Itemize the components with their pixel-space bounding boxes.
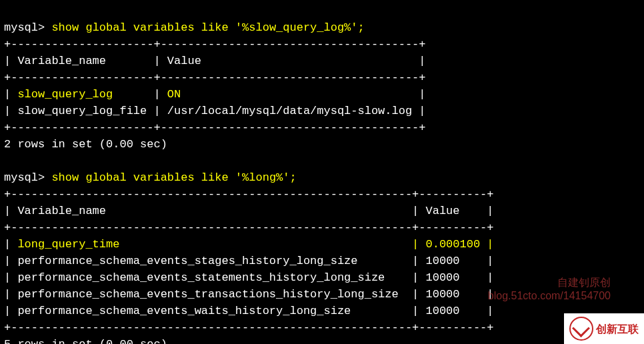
var-name: slow_query_log (17, 88, 113, 101)
table-row: | long_query_time | 0.000100 | (4, 238, 494, 251)
q1-header: | Variable_name | Value | (4, 55, 426, 67)
var-name: performance_schema_events_transactions_h… (17, 288, 398, 301)
var-value: ON (167, 88, 181, 101)
brand-logo-text: 创新互联 (596, 321, 639, 337)
var-name: performance_schema_events_waits_history_… (17, 305, 351, 317)
table-row: | slow_query_log | ON | (4, 88, 426, 101)
var-value: 10000 (426, 305, 460, 317)
q2-border-top: +---------------------------------------… (4, 188, 494, 201)
q1-line: mysql> show global variables like '%slow… (4, 21, 365, 34)
brand-logo: 创新互联 (564, 313, 644, 344)
var-name: long_query_time (17, 238, 119, 251)
var-value: 10000 (426, 271, 460, 284)
table-row: | performance_schema_events_stages_histo… (4, 255, 494, 267)
table-row: | slow_query_log_file | /usr/local/mysql… (4, 105, 426, 117)
q1-command: show global variables like '%slow_query_… (51, 21, 364, 34)
q2-line: mysql> show global variables like '%long… (4, 171, 297, 184)
mysql-prompt[interactable]: mysql> (4, 21, 51, 34)
var-value: 0.000100 (426, 238, 481, 251)
var-name: slow_query_log_file (17, 105, 147, 117)
var-value: 10000 (426, 288, 460, 301)
q1-border-top: +---------------------+-----------------… (4, 38, 426, 51)
q2-header: | Variable_name | Value | (4, 205, 494, 217)
table-row: | performance_schema_events_statements_h… (4, 271, 494, 284)
var-name: performance_schema_events_statements_his… (17, 271, 385, 284)
q1-border-bot: +---------------------+-----------------… (4, 121, 426, 134)
q2-status: 5 rows in set (0.00 sec) (4, 338, 167, 344)
q2-command: show global variables like '%long%'; (51, 171, 296, 184)
table-row: | performance_schema_events_waits_histor… (4, 305, 494, 317)
q2-border-mid: +---------------------------------------… (4, 221, 494, 234)
mysql-prompt[interactable]: mysql> (4, 171, 51, 184)
q2-border-bot: +---------------------------------------… (4, 321, 494, 334)
brand-logo-icon (569, 317, 593, 341)
var-name: performance_schema_events_stages_history… (17, 255, 357, 267)
var-value: /usr/local/mysql/data/mysql-slow.log (167, 105, 412, 117)
q1-status: 2 rows in set (0.00 sec) (4, 138, 167, 151)
terminal-output: mysql> show global variables like '%slow… (0, 0, 644, 344)
table-row: | performance_schema_events_transactions… (4, 288, 494, 301)
var-value: 10000 (426, 255, 460, 267)
q1-border-mid: +---------------------+-----------------… (4, 71, 426, 84)
